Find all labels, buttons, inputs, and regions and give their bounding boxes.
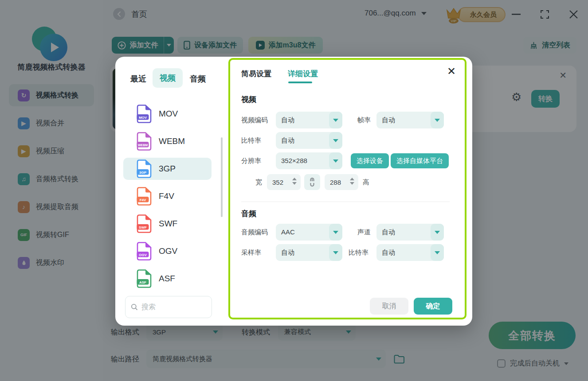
format-name: MOV (159, 109, 178, 119)
detail-settings-panel: 简易设置 详细设置 ✕ 视频 视频编码 自动 帧率 自动 比特率 自动 分辨率 … (228, 58, 466, 319)
chevron-down-icon (329, 152, 342, 169)
select-device-button[interactable]: 选择设备 (351, 153, 389, 168)
resolution-value: 352×288 (281, 152, 307, 169)
sample-rate-label: 采样率 (241, 244, 261, 261)
cancel-button[interactable]: 取消 (370, 298, 408, 315)
audio-section-title: 音频 (241, 209, 256, 219)
tab-recent[interactable]: 最近 (130, 74, 146, 84)
format-name: OGV (159, 246, 177, 256)
channel-select[interactable]: 自动 (376, 224, 444, 241)
chevron-down-icon (329, 112, 342, 128)
file-format-icon: F4V (137, 187, 152, 206)
audio-codec-label: 音频编码 (241, 224, 268, 241)
format-name: F4V (159, 191, 174, 201)
video-section-title: 视频 (241, 94, 256, 105)
chevron-down-icon (431, 244, 444, 261)
ok-button[interactable]: 确定 (414, 298, 452, 315)
tab-simple-settings[interactable]: 简易设置 (241, 69, 271, 79)
file-format-icon: SWF (137, 214, 152, 233)
format-search-box[interactable] (125, 296, 212, 318)
height-input[interactable] (330, 174, 347, 190)
tab-audio[interactable]: 音频 (190, 74, 206, 84)
file-format-icon: WEBM (137, 132, 152, 151)
search-icon (131, 303, 138, 311)
sample-rate-select[interactable]: 自动 (276, 244, 342, 261)
format-name: 3GP (159, 164, 176, 174)
chevron-down-icon (329, 244, 342, 261)
search-input[interactable] (141, 303, 195, 311)
video-bitrate-value: 自动 (281, 132, 294, 149)
format-item-asf[interactable]: ASF ASF (123, 268, 212, 290)
format-item-3gp-selected[interactable]: 3GP 3GP (123, 158, 212, 180)
width-stepper[interactable] (292, 178, 297, 185)
video-bitrate-select[interactable]: 自动 (276, 132, 342, 149)
format-item-f4v[interactable]: F4V F4V (123, 185, 212, 207)
chevron-down-icon (329, 132, 342, 149)
format-item-mov[interactable]: MOV MOV (123, 103, 212, 125)
fps-select[interactable]: 自动 (376, 112, 444, 128)
output-settings-modal: 最近 视频 音频 MOV MOV WEBM WEBM 3GP 3GP F4V F… (115, 57, 472, 326)
channel-label: 声道 (357, 224, 371, 241)
width-label: 宽 (255, 174, 262, 190)
svg-text:3GP: 3GP (139, 171, 147, 175)
width-input[interactable] (272, 174, 289, 190)
audio-bitrate-value: 自动 (382, 244, 395, 261)
file-format-icon: OGV (137, 242, 152, 260)
close-settings-icon[interactable]: ✕ (447, 66, 456, 77)
fps-value: 自动 (382, 112, 395, 128)
svg-text:SWF: SWF (139, 225, 147, 229)
sample-rate-value: 自动 (281, 244, 294, 261)
svg-text:OGV: OGV (139, 253, 147, 257)
width-input-wrap (267, 174, 301, 190)
active-tab-underline (288, 82, 312, 83)
chevron-down-icon (329, 224, 342, 241)
section-divider (241, 202, 450, 202)
video-codec-label: 视频编码 (241, 112, 268, 128)
format-name: WEBM (159, 136, 185, 146)
file-format-icon: ASF (137, 269, 152, 288)
audio-bitrate-select[interactable]: 自动 (376, 244, 444, 261)
resolution-select[interactable]: 352×288 (276, 152, 342, 169)
select-platform-button[interactable]: 选择自媒体平台 (391, 153, 449, 168)
video-bitrate-label: 比特率 (241, 132, 261, 149)
video-codec-value: 自动 (281, 112, 294, 128)
video-codec-select[interactable]: 自动 (276, 112, 342, 128)
chevron-down-icon (431, 112, 444, 128)
svg-text:ASF: ASF (139, 280, 146, 284)
svg-text:F4V: F4V (140, 198, 146, 202)
channel-value: 自动 (382, 224, 395, 241)
audio-codec-select[interactable]: AAC (276, 224, 342, 241)
tab-video[interactable]: 视频 (153, 68, 183, 88)
height-label: 高 (363, 174, 369, 190)
fps-label: 帧率 (357, 112, 371, 128)
format-item-webm[interactable]: WEBM WEBM (123, 130, 212, 152)
format-item-ogv[interactable]: OGV OGV (123, 240, 212, 262)
format-item-swf[interactable]: SWF SWF (123, 213, 212, 235)
file-format-icon: MOV (137, 105, 152, 123)
chevron-down-icon (431, 224, 444, 241)
format-name: ASF (159, 274, 175, 284)
audio-codec-value: AAC (281, 224, 295, 241)
audio-bitrate-label: 比特率 (349, 244, 368, 261)
svg-text:MOV: MOV (139, 116, 147, 120)
tab-detail-settings[interactable]: 详细设置 (288, 69, 318, 79)
resolution-label: 分辨率 (241, 152, 261, 169)
format-list-scrollbar[interactable] (221, 137, 223, 217)
file-format-icon: 3GP (137, 159, 152, 178)
height-stepper[interactable] (350, 178, 354, 185)
link-dimensions-button[interactable] (304, 174, 320, 190)
height-input-wrap (325, 174, 358, 190)
svg-text:WEBM: WEBM (138, 144, 148, 147)
format-name: SWF (159, 219, 177, 229)
